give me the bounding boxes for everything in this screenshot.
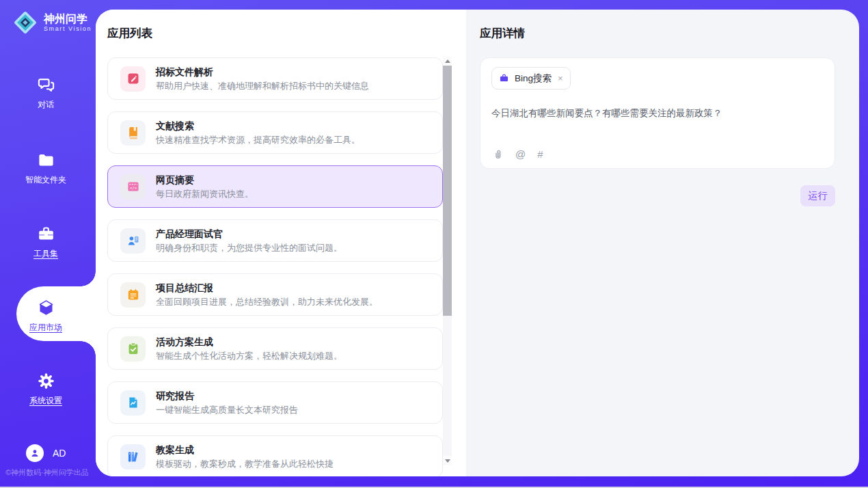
sidebar-item-label: 智能文件夹 — [25, 174, 66, 186]
books-icon — [120, 444, 146, 470]
triangle-up-icon — [445, 59, 450, 63]
app-description: 模板驱动，教案秒成，教学准备从此轻松快捷 — [156, 458, 334, 470]
hashtag-icon[interactable]: # — [537, 148, 543, 160]
app-name: 产品经理面试官 — [156, 228, 342, 240]
app-name: 活动方案生成 — [156, 336, 342, 348]
sidebar-item-label: 对话 — [38, 99, 54, 111]
copyright-text: ©神州数码·神州问学出品 — [5, 467, 89, 478]
app-name: 研究报告 — [156, 390, 298, 402]
app-list: 招标文件解析 帮助用户快速、准确地理解和解析招标书中的关键信息 文献搜索 快速精… — [107, 57, 443, 476]
prompt-card: Bing搜索 × 今日湖北有哪些新闻要点？有哪些需要关注的最新政策？ @ # — [480, 57, 835, 169]
app-description: 快速精准查找学术资源，提高研究效率的必备工具。 — [156, 134, 360, 146]
main-container: 应用列表 招标文件解析 帮助用户快速、准确地理解和解析招标书中的关键信息 — [96, 10, 859, 476]
app-description: 全面回顾项目进展，总结经验教训，助力未来优化发展。 — [156, 296, 378, 308]
app-description: 每日政府新闻资讯快查。 — [156, 188, 254, 200]
sidebar-item-smart-folders[interactable]: 智能文件夹 — [0, 151, 92, 186]
avatar — [26, 444, 44, 462]
scroll-up-button[interactable] — [443, 56, 452, 66]
app-name: 网页摘要 — [156, 174, 254, 186]
tool-tag-bing-search[interactable]: Bing搜索 × — [491, 67, 571, 90]
brand-subtitle: Smart Vision — [44, 25, 92, 33]
book-icon — [120, 120, 146, 146]
sidebar-item-settings[interactable]: 系统设置 — [0, 372, 92, 407]
research-doc-icon — [120, 390, 146, 416]
prompt-text[interactable]: 今日湖北有哪些新闻要点？有哪些需要关注的最新政策？ — [491, 107, 824, 120]
app-card-web-summary[interactable]: </> 网页摘要 每日政府新闻资讯快查。 — [107, 165, 443, 208]
clipboard-check-icon — [120, 336, 146, 362]
doc-edit-icon — [120, 66, 146, 92]
brand-logo: 神州问学 Smart Vision — [11, 8, 92, 37]
brand-name: 神州问学 — [44, 13, 92, 25]
sidebar-item-label: 应用市场 — [29, 322, 62, 334]
person-icon — [29, 448, 40, 459]
app-description: 智能生成个性化活动方案，轻松解决规划难题。 — [156, 350, 342, 362]
user-account[interactable]: AD — [26, 444, 66, 462]
sidebar-item-label: 系统设置 — [29, 395, 62, 407]
sidebar-item-toolset[interactable]: 工具集 — [0, 225, 92, 260]
chat-icon — [37, 76, 55, 94]
app-list-title: 应用列表 — [107, 25, 466, 40]
list-scrollbar — [443, 56, 452, 465]
scrollbar-track[interactable] — [443, 66, 452, 456]
prompt-toolbar: @ # — [492, 148, 543, 160]
svg-text:</>: </> — [129, 186, 137, 190]
briefcase-icon — [499, 73, 509, 83]
app-description: 明确身份和职责，为您提供专业性的面试问题。 — [156, 242, 342, 254]
sidebar-item-app-market[interactable]: 应用市场 — [0, 299, 92, 334]
app-card-pm-interviewer[interactable]: 产品经理面试官 明确身份和职责，为您提供专业性的面试问题。 — [107, 219, 443, 262]
scrollbar-thumb[interactable] — [443, 66, 452, 316]
app-card-literature-search[interactable]: 文献搜索 快速精准查找学术资源，提高研究效率的必备工具。 — [107, 111, 443, 154]
app-card-lesson-plan-generation[interactable]: 教案生成 模板驱动，教案秒成，教学准备从此轻松快捷 — [107, 435, 443, 476]
sidebar-item-label: 工具集 — [33, 248, 58, 260]
triangle-down-icon — [445, 459, 450, 463]
diamond-gem-icon — [11, 8, 40, 37]
app-card-event-plan-generation[interactable]: 活动方案生成 智能生成个性化活动方案，轻松解决规划难题。 — [107, 327, 443, 370]
mention-at-icon[interactable]: @ — [515, 148, 526, 160]
gear-icon — [37, 372, 55, 390]
app-list-panel: 应用列表 招标文件解析 帮助用户快速、准确地理解和解析招标书中的关键信息 — [96, 10, 466, 476]
run-button[interactable]: 运行 — [800, 185, 835, 206]
tag-close-icon[interactable]: × — [558, 73, 563, 83]
calendar-report-icon — [120, 282, 146, 308]
app-detail-title: 应用详情 — [480, 25, 859, 40]
app-detail-panel: 应用详情 Bing搜索 × 今日湖北有哪些新闻要点？有哪些需要关注的最新政策？ — [466, 10, 859, 476]
app-card-project-summary-report[interactable]: 项目总结汇报 全面回顾项目进展，总结经验教训，助力未来优化发展。 — [107, 273, 443, 316]
cube-icon — [37, 299, 55, 317]
folder-icon — [37, 151, 55, 170]
paperclip-icon[interactable] — [492, 148, 504, 160]
app-name: 招标文件解析 — [156, 66, 369, 78]
app-card-bid-document-parsing[interactable]: 招标文件解析 帮助用户快速、准确地理解和解析招标书中的关键信息 — [107, 57, 443, 100]
app-name: 项目总结汇报 — [156, 282, 378, 294]
app-description: 一键智能生成高质量长文本研究报告 — [156, 404, 298, 416]
app-card-research-report[interactable]: 研究报告 一键智能生成高质量长文本研究报告 — [107, 381, 443, 424]
app-description: 帮助用户快速、准确地理解和解析招标书中的关键信息 — [156, 80, 369, 92]
app-name: 文献搜索 — [156, 120, 360, 132]
sidebar-item-chat[interactable]: 对话 — [0, 76, 92, 111]
interviewer-icon — [120, 228, 146, 254]
user-label: AD — [53, 448, 66, 459]
app-name: 教案生成 — [156, 444, 334, 456]
scroll-down-button[interactable] — [443, 456, 452, 465]
toolbox-icon — [37, 225, 55, 243]
browser-code-icon: </> — [120, 174, 146, 200]
tool-tag-label: Bing搜索 — [515, 72, 552, 85]
sidebar: 神州问学 Smart Vision 对话 智能文件夹 — [0, 0, 96, 488]
